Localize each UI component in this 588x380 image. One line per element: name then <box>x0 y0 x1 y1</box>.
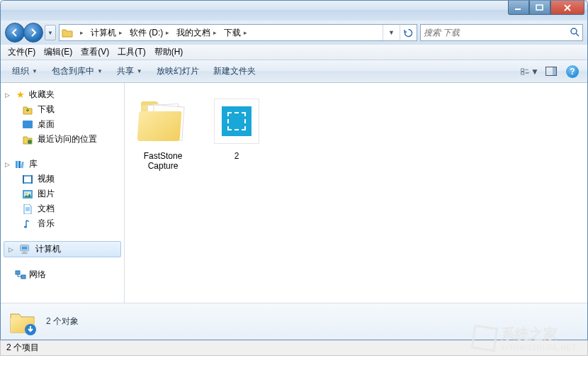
svg-rect-6 <box>553 67 556 75</box>
details-text: 2 个对象 <box>46 315 79 328</box>
folder-icon <box>138 101 188 141</box>
sidebar-group-favorites[interactable]: ▷★ 收藏夹 <box>1 87 124 102</box>
back-button[interactable] <box>5 23 25 43</box>
search-input[interactable] <box>424 28 570 38</box>
pictures-icon <box>22 189 33 200</box>
minimize-button[interactable] <box>508 1 529 15</box>
new-folder-button[interactable]: 新建文件夹 <box>208 63 261 79</box>
organize-button[interactable]: 组织▼ <box>6 63 43 79</box>
history-dropdown[interactable]: ▼ <box>45 25 56 40</box>
svg-rect-22 <box>22 252 28 253</box>
sidebar-item-desktop[interactable]: 桌面 <box>1 117 124 132</box>
svg-point-2 <box>571 28 577 34</box>
sidebar-item-recent[interactable]: 最近访问的位置 <box>1 132 124 147</box>
sidebar-label: 计算机 <box>35 243 61 255</box>
address-bar[interactable]: ▸ 计算机▸ 软件 (D:)▸ 我的文档▸ 下载▸ ▼ <box>59 24 417 41</box>
sidebar-item-documents[interactable]: 文档 <box>1 201 124 216</box>
folder-item[interactable]: FastStone Capture <box>129 90 197 174</box>
item-label: 2 <box>234 151 239 161</box>
file-item[interactable]: 2 <box>203 90 271 164</box>
sidebar-group-libraries[interactable]: ▷ 库 <box>1 157 124 172</box>
sidebar-label: 库 <box>29 158 38 170</box>
svg-rect-23 <box>16 271 20 274</box>
sidebar-item-label: 视频 <box>38 173 55 185</box>
breadcrumb-segment[interactable]: 我的文档▸ <box>174 25 222 40</box>
sidebar-item-label: 图片 <box>38 188 55 200</box>
command-bar: 组织▼ 包含到库中▼ 共享▼ 放映幻灯片 新建文件夹 ▼ ? <box>1 60 587 83</box>
breadcrumb-segment[interactable]: 计算机▸ <box>89 25 128 40</box>
breadcrumb-segment[interactable]: 下载▸ <box>222 25 252 40</box>
refresh-button[interactable] <box>400 25 417 40</box>
menu-help[interactable]: 帮助(H) <box>150 45 188 60</box>
sidebar-item-label: 桌面 <box>38 118 55 130</box>
svg-rect-1 <box>536 5 543 10</box>
svg-rect-13 <box>23 175 24 184</box>
sidebar-item-network[interactable]: 网络 <box>1 267 124 282</box>
libraries-icon <box>15 159 26 170</box>
include-library-button[interactable]: 包含到库中▼ <box>46 63 108 79</box>
close-button[interactable] <box>550 1 584 15</box>
svg-rect-10 <box>21 161 23 167</box>
window-controls <box>508 1 584 15</box>
forward-button[interactable] <box>23 23 43 43</box>
status-text: 2 个项目 <box>6 342 39 354</box>
menu-tools[interactable]: 工具(T) <box>113 45 149 60</box>
navigation-bar: ▼ ▸ 计算机▸ 软件 (D:)▸ 我的文档▸ 下载▸ ▼ <box>1 21 587 45</box>
help-button[interactable]: ? <box>563 64 582 79</box>
title-bar <box>1 1 587 21</box>
svg-point-18 <box>24 225 27 228</box>
breadcrumb-label: 计算机 <box>91 27 116 39</box>
video-icon <box>22 174 33 185</box>
sidebar-item-label: 文档 <box>38 203 55 215</box>
svg-rect-21 <box>23 251 26 252</box>
svg-rect-4 <box>521 72 524 74</box>
folder-icon <box>60 28 75 38</box>
folder-icon <box>8 307 38 337</box>
sidebar-item-label: 最近访问的位置 <box>38 133 97 145</box>
items-view[interactable]: FastStone Capture 2 <box>125 83 587 303</box>
view-options-button[interactable]: ▼ <box>521 64 539 79</box>
favorites-icon: ★ <box>15 89 26 101</box>
documents-icon <box>22 203 33 215</box>
sidebar-item-music[interactable]: 音乐 <box>1 216 124 231</box>
svg-rect-0 <box>515 9 521 10</box>
downloads-icon <box>22 104 33 116</box>
file-icon <box>214 99 259 144</box>
item-label: FastStone Capture <box>132 151 194 171</box>
breadcrumb-root[interactable]: ▸ <box>75 25 89 40</box>
recent-icon <box>22 134 33 145</box>
search-icon <box>570 27 579 39</box>
svg-point-7 <box>28 140 32 144</box>
details-pane: 2 个对象 <box>1 303 587 340</box>
navigation-pane: ▷★ 收藏夹 下载 桌面 最近访问的位置 <box>1 83 125 303</box>
sidebar-item-downloads[interactable]: 下载 <box>1 102 124 117</box>
share-button[interactable]: 共享▼ <box>111 63 148 79</box>
breadcrumb-segment[interactable]: 软件 (D:)▸ <box>128 25 174 40</box>
sidebar-label: 网络 <box>29 269 46 281</box>
search-box[interactable] <box>420 24 583 41</box>
breadcrumb-label: 我的文档 <box>176 27 210 39</box>
address-dropdown[interactable]: ▼ <box>383 25 400 40</box>
slideshow-button[interactable]: 放映幻灯片 <box>151 63 205 79</box>
sidebar-item-computer[interactable]: ▷ 计算机 <box>4 241 121 257</box>
svg-rect-12 <box>24 177 31 182</box>
menu-view[interactable]: 查看(V) <box>77 45 113 60</box>
explorer-window: ▼ ▸ 计算机▸ 软件 (D:)▸ 我的文档▸ 下载▸ ▼ <box>0 0 588 340</box>
menu-edit[interactable]: 编辑(E) <box>40 45 77 60</box>
network-icon <box>15 269 26 281</box>
sidebar-item-videos[interactable]: 视频 <box>1 172 124 186</box>
sidebar-label: 收藏夹 <box>29 89 55 101</box>
menu-bar: 文件(F) 编辑(E) 查看(V) 工具(T) 帮助(H) <box>1 45 587 60</box>
preview-pane-button[interactable] <box>542 64 560 79</box>
menu-file[interactable]: 文件(F) <box>4 45 40 60</box>
sidebar-item-label: 音乐 <box>38 218 55 230</box>
maximize-button[interactable] <box>529 1 550 15</box>
svg-rect-8 <box>16 161 18 168</box>
svg-rect-14 <box>31 175 33 184</box>
breadcrumb-label: 软件 (D:) <box>130 27 163 39</box>
status-bar: 2 个项目 <box>0 340 588 356</box>
svg-rect-20 <box>22 246 28 249</box>
sidebar-item-pictures[interactable]: 图片 <box>1 186 124 201</box>
svg-rect-9 <box>18 161 21 168</box>
desktop-icon <box>22 119 33 130</box>
